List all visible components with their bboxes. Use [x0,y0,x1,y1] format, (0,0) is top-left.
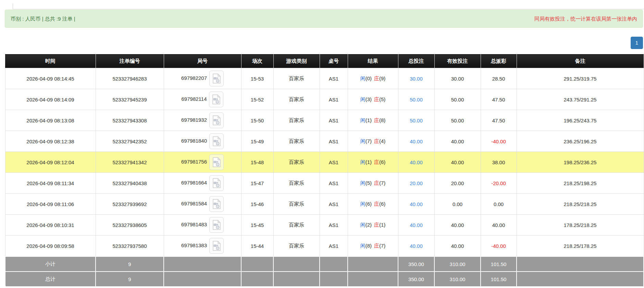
table-no-cell: AS1 [320,131,348,152]
game-type-cell: 百家乐 [273,215,320,236]
result-cell: 闲(6)庄(6) [348,194,398,215]
payout-cell: 28.50 [481,68,517,89]
result-cell: 闲(3)庄(5) [348,89,398,110]
time-cell: 2026-04-09 08:12:38 [5,131,96,152]
video-replay-button[interactable] [209,154,224,170]
total-bet-link[interactable]: 40.00 [410,201,423,207]
table-no-cell: AS1 [320,89,348,110]
payout-cell: 40.00 [481,215,517,236]
bet-id-cell: 523327938605 [96,215,164,236]
time-cell: 2026-04-09 08:10:31 [5,215,96,236]
empty-cell [273,272,320,287]
video-replay-button[interactable] [209,112,224,128]
total-bet-link[interactable]: 40.00 [410,159,423,165]
total-bet-link[interactable]: 30.00 [410,76,423,82]
session-cell: 15-45 [241,215,273,236]
video-replay-button[interactable] [209,71,224,86]
grand-total-count: 9 [96,272,164,287]
video-file-icon [212,94,221,105]
total-bet-link[interactable]: 40.00 [410,139,423,144]
remark-cell: 243.75/291.25 [517,89,644,110]
result-player-label: 闲 [360,75,366,81]
empty-cell [241,272,273,287]
table-row: 2026-04-09 08:11:06 523327939692 6979815… [5,194,644,215]
col-header-table-no: 桌号 [320,55,348,68]
empty-cell [320,256,348,272]
table-header-row: 时间 注单编号 局号 场次 游戏类别 桌号 结果 总投注 有效投注 总派彩 备注 [5,55,644,68]
result-player-label: 闲 [360,243,366,249]
grand-total-valid-bet: 310.00 [434,272,481,287]
table-no-cell: AS1 [320,173,348,194]
col-header-valid-bet: 有效投注 [434,55,481,68]
round-cell: 697981664 [164,173,241,194]
total-bet-cell: 40.00 [398,236,434,257]
video-file-icon [212,157,221,167]
table-row: 2026-04-09 08:14:45 523327946283 6979822… [5,68,644,89]
empty-cell [273,256,320,272]
total-bet-link[interactable]: 40.00 [410,243,423,249]
col-header-bet-id: 注单编号 [96,55,164,68]
result-cell: 闲(0)庄(9) [348,68,398,89]
result-cell: 闲(8)庄(7) [348,236,398,257]
remark-cell: 236.25/196.25 [517,131,644,152]
pagination-page-1[interactable]: 1 [631,37,643,49]
grand-total-payout: 101.50 [481,272,517,287]
table-row: 2026-04-09 08:14:09 523327945239 6979821… [5,89,644,110]
video-replay-button[interactable] [209,238,224,254]
result-player-points: (5) [366,180,372,186]
remark-cell: 291.25/319.75 [517,68,644,89]
valid-bet-cell: 50.00 [434,89,481,110]
result-banker-points: (1) [379,222,385,228]
round-cell: 697981483 [164,215,241,236]
remark-cell: 178.25/218.25 [517,215,644,236]
empty-cell [348,256,398,272]
session-cell: 15-50 [241,110,273,131]
total-bet-cell: 30.00 [398,68,434,89]
game-type-cell: 百家乐 [273,89,320,110]
video-replay-button[interactable] [209,175,224,191]
time-cell: 2026-04-09 08:14:09 [5,89,96,110]
payout-cell: 38.00 [481,152,517,173]
payout-cell: 47.50 [481,110,517,131]
table-no-cell: AS1 [320,194,348,215]
total-bet-link[interactable]: 50.00 [410,97,423,103]
round-cell: 697982114 [164,89,241,110]
result-banker-label: 庄 [374,243,379,249]
session-cell: 15-46 [241,194,273,215]
payout-cell: -40.00 [481,131,517,152]
subtotal-payout: 101.50 [481,256,517,272]
bet-id-cell: 523327939692 [96,194,164,215]
total-bet-link[interactable]: 50.00 [410,118,423,123]
summary-banner: 币别 : 人民币 | 总共 :9 注单 | 同局有效投注，统一计算在该局第一张注… [5,10,643,28]
total-bet-cell: 40.00 [398,215,434,236]
session-cell: 15-52 [241,89,273,110]
video-replay-button[interactable] [209,217,224,233]
table-no-cell: AS1 [320,152,348,173]
result-banker-points: (6) [379,201,385,207]
game-type-cell: 百家乐 [273,110,320,131]
total-bet-cell: 40.00 [398,152,434,173]
table-row: 2026-04-09 08:11:34 523327940438 6979816… [5,173,644,194]
remark-cell: 218.25/198.25 [517,173,644,194]
session-cell: 15-47 [241,173,273,194]
total-bet-link[interactable]: 40.00 [410,222,423,228]
result-player-label: 闲 [360,96,366,102]
round-cell: 697981756 [164,152,241,173]
round-number: 697981483 [181,221,207,227]
result-cell: 闲(1)庄(6) [348,152,398,173]
game-type-cell: 百家乐 [273,131,320,152]
remark-cell: 196.25/243.75 [517,110,644,131]
result-player-points: (3) [366,96,372,102]
time-cell: 2026-04-09 08:09:58 [5,236,96,257]
remark-cell: 218.25/178.25 [517,236,644,257]
subtotal-row: 小计 9 350.00 310.00 101.50 [5,256,644,272]
result-player-label: 闲 [360,159,366,165]
empty-cell [517,272,644,287]
video-replay-button[interactable] [209,196,224,212]
empty-cell [164,256,241,272]
col-header-round: 局号 [164,55,241,68]
total-bet-link[interactable]: 20.00 [410,180,423,186]
video-replay-button[interactable] [209,92,223,107]
video-replay-button[interactable] [209,133,224,149]
col-header-result: 结果 [348,55,398,68]
